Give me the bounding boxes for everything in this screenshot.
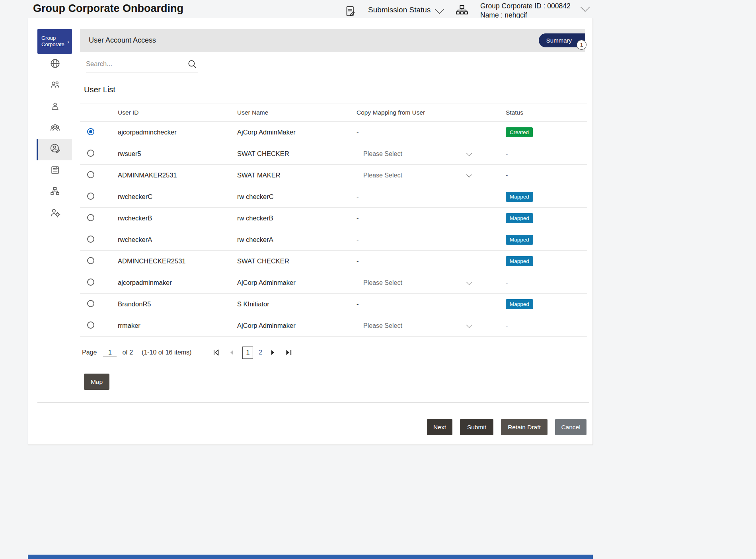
main-content: User Account Access Summary 1 User List … bbox=[80, 18, 593, 444]
report-icon bbox=[50, 165, 60, 177]
status-cell: Mapped bbox=[506, 192, 587, 202]
workflow-icon bbox=[49, 186, 60, 199]
status-cell: Created bbox=[506, 127, 587, 137]
status-cell: Mapped bbox=[506, 256, 587, 266]
status-badge: Created bbox=[506, 127, 533, 137]
user-name-cell: rw checkerC bbox=[237, 193, 357, 201]
status-cell: - bbox=[506, 322, 587, 329]
copy-mapping-placeholder: Please Select bbox=[363, 322, 402, 329]
copy-mapping-placeholder: Please Select bbox=[363, 279, 402, 286]
next-button[interactable]: Next bbox=[427, 419, 452, 435]
row-select-radio[interactable] bbox=[87, 321, 94, 329]
sidebar-item-user-details[interactable] bbox=[37, 96, 72, 118]
copy-mapping-placeholder: Please Select bbox=[363, 172, 402, 179]
sidebar-item-user-account-access[interactable] bbox=[37, 139, 72, 160]
sidebar-item-report[interactable] bbox=[37, 160, 72, 182]
row-select-radio[interactable] bbox=[87, 279, 94, 286]
previous-page-icon[interactable] bbox=[228, 348, 236, 357]
chevron-down-icon[interactable] bbox=[580, 2, 590, 12]
section-header-bar: User Account Access Summary 1 bbox=[80, 29, 585, 52]
page-number-link[interactable]: 2 bbox=[259, 349, 262, 356]
user-name-cell: AjCorp Adminmaker bbox=[237, 279, 357, 286]
current-page-number[interactable]: 1 bbox=[242, 347, 253, 359]
chevron-down-icon bbox=[466, 322, 472, 327]
user-name-cell: rw checkerA bbox=[237, 236, 357, 243]
summary-button[interactable]: Summary 1 bbox=[539, 33, 585, 47]
last-page-icon[interactable] bbox=[284, 348, 293, 357]
content-card: Group Corporate › bbox=[28, 18, 593, 445]
row-select-radio[interactable] bbox=[87, 257, 94, 264]
copy-mapping-select[interactable]: Please Select bbox=[357, 172, 473, 179]
copy-mapping-cell: - bbox=[357, 257, 506, 265]
submission-status-icon bbox=[345, 5, 357, 19]
group-corporate-onboarding-page: Group Corporate Onboarding Submission St… bbox=[0, 0, 756, 559]
corporate-id-line: Group Corporate ID : 000842 bbox=[480, 2, 571, 11]
status-cell: Mapped bbox=[506, 235, 587, 245]
search-icon[interactable] bbox=[187, 59, 197, 71]
sidebar-group-corporate-button[interactable]: Group Corporate › bbox=[37, 29, 72, 54]
user-name-cell: SWAT CHECKER bbox=[237, 257, 357, 265]
row-select-radio[interactable] bbox=[87, 300, 94, 307]
search-input[interactable] bbox=[86, 56, 184, 71]
user-id-cell: BrandonR5 bbox=[118, 300, 237, 308]
first-page-icon[interactable] bbox=[212, 348, 220, 357]
user-id-cell: rwsuer5 bbox=[118, 150, 237, 158]
items-count-label: (1-10 of 16 items) bbox=[142, 349, 191, 356]
summary-count-badge: 1 bbox=[577, 40, 586, 50]
submission-status-selector[interactable]: Submission Status bbox=[368, 6, 431, 14]
next-page-icon[interactable] bbox=[268, 348, 277, 357]
row-select-radio[interactable] bbox=[87, 193, 94, 200]
party-hierarchy-icon[interactable] bbox=[455, 4, 469, 18]
status-badge: Mapped bbox=[506, 213, 533, 223]
user-list-title: User List bbox=[84, 85, 115, 94]
row-select-radio[interactable] bbox=[87, 214, 94, 221]
col-user-name: User Name bbox=[237, 109, 357, 116]
status-cell: - bbox=[506, 150, 587, 158]
sidebar-item-user-settings[interactable] bbox=[37, 203, 72, 224]
table-row: ajcorpadminmaker AjCorp Adminmaker Pleas… bbox=[80, 272, 587, 294]
corporate-info[interactable]: Group Corporate ID : 000842 Name : nehgc… bbox=[480, 2, 571, 20]
page-number-input[interactable] bbox=[103, 349, 117, 356]
chevron-down-icon[interactable] bbox=[435, 4, 444, 14]
row-select-radio[interactable] bbox=[87, 236, 94, 243]
retain-draft-button[interactable]: Retain Draft bbox=[501, 419, 548, 435]
copy-mapping-select[interactable]: Please Select bbox=[357, 322, 473, 329]
user-table-body: ajcorpadminchecker AjCorp AdminMaker - C… bbox=[80, 122, 587, 337]
status-cell: Mapped bbox=[506, 213, 587, 223]
page-label: Page bbox=[82, 349, 97, 356]
footer-divider bbox=[37, 402, 589, 403]
copy-mapping-cell: Please Select bbox=[357, 279, 506, 286]
user-edit-icon bbox=[49, 143, 61, 156]
user-settings-icon bbox=[49, 207, 61, 220]
user-name-cell: AjCorp Adminmaker bbox=[237, 322, 357, 329]
user-id-cell: ajcorpadminmaker bbox=[118, 279, 237, 286]
copy-mapping-cell: Please Select bbox=[357, 150, 506, 158]
sidebar-item-party[interactable] bbox=[37, 75, 72, 97]
row-select-radio[interactable] bbox=[87, 171, 94, 178]
submit-button[interactable]: Submit bbox=[460, 419, 493, 435]
status-cell: - bbox=[506, 171, 587, 179]
status-badge: Mapped bbox=[506, 256, 533, 266]
page-title: Group Corporate Onboarding bbox=[33, 2, 183, 15]
table-row: rwcheckerB rw checkerB - Mapped bbox=[80, 208, 587, 229]
chevron-down-icon bbox=[466, 150, 472, 156]
row-select-radio[interactable] bbox=[87, 150, 94, 157]
sidebar-item-globe[interactable] bbox=[37, 54, 72, 75]
sidebar-item-workflow[interactable] bbox=[37, 181, 72, 203]
user-id-cell: rrmaker bbox=[118, 322, 237, 329]
copy-mapping-cell: - bbox=[357, 236, 506, 243]
row-select-radio[interactable] bbox=[87, 128, 94, 135]
chevron-right-icon: › bbox=[67, 38, 69, 45]
cancel-button[interactable]: Cancel bbox=[555, 419, 586, 435]
table-row: rrmaker AjCorp Adminmaker Please Select … bbox=[80, 315, 587, 337]
table-row: rwcheckerC rw checkerC - Mapped bbox=[80, 186, 587, 208]
sidebar-item-users-group[interactable] bbox=[37, 118, 72, 139]
copy-mapping-cell: - bbox=[357, 214, 506, 222]
map-button[interactable]: Map bbox=[84, 374, 109, 390]
party-icon bbox=[49, 79, 60, 92]
copy-mapping-cell: Please Select bbox=[357, 322, 506, 329]
copy-mapping-select[interactable]: Please Select bbox=[357, 150, 473, 158]
status-badge: Mapped bbox=[506, 235, 533, 245]
status-badge: Mapped bbox=[506, 299, 533, 309]
copy-mapping-select[interactable]: Please Select bbox=[357, 279, 473, 286]
